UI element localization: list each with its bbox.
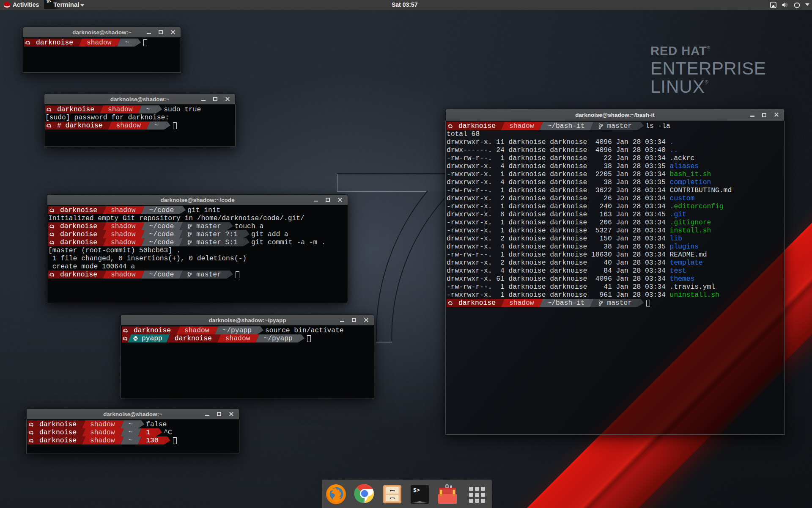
svg-text:$>: $> [413,487,420,494]
